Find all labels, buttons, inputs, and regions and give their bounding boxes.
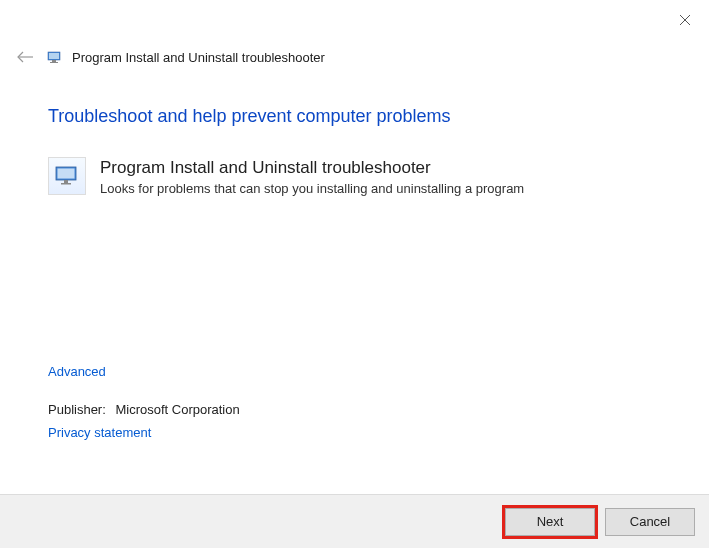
troubleshooter-icon: [48, 157, 86, 195]
svg-rect-4: [49, 53, 59, 59]
app-icon: [46, 48, 64, 66]
svg-rect-10: [61, 183, 71, 185]
close-icon: [679, 14, 691, 26]
main-heading: Troubleshoot and help prevent computer p…: [48, 106, 661, 127]
next-button[interactable]: Next: [505, 508, 595, 536]
publisher-row: Publisher: Microsoft Corporation: [48, 402, 661, 417]
publisher-label: Publisher:: [48, 402, 106, 417]
back-button[interactable]: [14, 46, 36, 68]
back-arrow-icon: [16, 50, 34, 64]
svg-rect-5: [52, 60, 56, 62]
advanced-link[interactable]: Advanced: [48, 364, 106, 379]
footer-bar: Next Cancel: [0, 494, 709, 548]
troubleshooter-description: Looks for problems that can stop you ins…: [100, 181, 524, 196]
cancel-button[interactable]: Cancel: [605, 508, 695, 536]
header-row: Program Install and Uninstall troublesho…: [0, 40, 709, 70]
troubleshooter-block: Program Install and Uninstall troublesho…: [48, 157, 661, 196]
svg-rect-6: [50, 62, 58, 63]
close-button[interactable]: [671, 6, 699, 34]
svg-rect-8: [58, 169, 75, 179]
svg-rect-9: [64, 180, 68, 183]
window-title: Program Install and Uninstall troublesho…: [72, 50, 325, 65]
publisher-name: Microsoft Corporation: [115, 402, 239, 417]
content-area: Troubleshoot and help prevent computer p…: [0, 70, 709, 441]
privacy-link[interactable]: Privacy statement: [48, 425, 151, 440]
title-bar: [0, 0, 709, 40]
troubleshooter-title: Program Install and Uninstall troublesho…: [100, 157, 524, 179]
